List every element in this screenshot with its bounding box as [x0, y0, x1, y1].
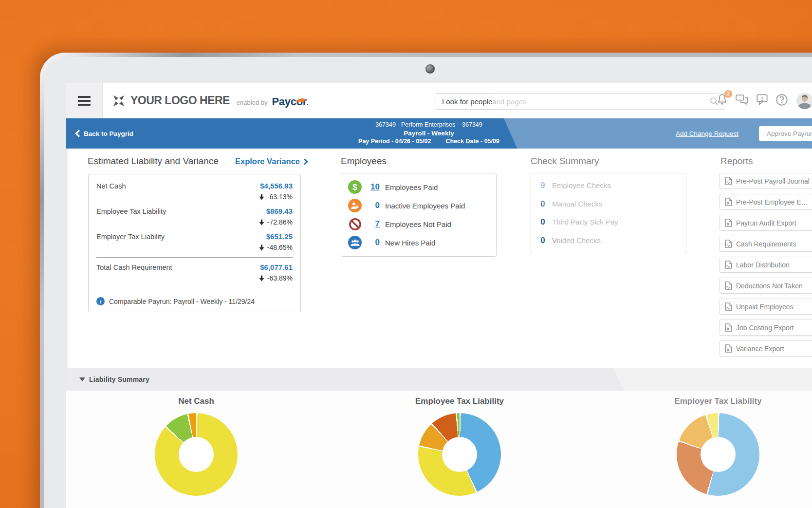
report-label: Unpaid Employees — [736, 303, 794, 311]
info-icon[interactable]: i — [96, 297, 105, 305]
report-button[interactable]: Job Costing Export — [720, 320, 812, 336]
report-button[interactable]: Pre-Post Payroll Journal — [720, 173, 812, 189]
approve-payrun-button[interactable]: Approve Payrun — [759, 126, 812, 141]
check-summary-row: 0 Third Party Sick Pay — [540, 217, 677, 227]
report-label: Variance Export — [736, 345, 784, 353]
down-arrow-icon — [258, 219, 265, 226]
feedback-icon — [756, 93, 769, 108]
pdf-file-icon — [725, 240, 732, 248]
report-label: Pre-Post Payroll Journal — [736, 177, 810, 185]
pdf-file-icon — [725, 282, 732, 290]
notifications-button[interactable]: 2 — [715, 94, 729, 108]
donut-chart: Net Cash — [104, 396, 289, 496]
divider — [96, 257, 293, 258]
stat-label: New Hires Paid — [385, 239, 435, 247]
liability-label: Total Cash Requirement — [96, 263, 172, 272]
liability-value: $4,556.93 — [260, 181, 293, 191]
stat-count: 0 — [367, 201, 380, 210]
liability-summary-title: Liability Summary — [89, 376, 149, 383]
report-label: Pre-Post Employee E… — [736, 198, 808, 206]
not-paid-icon — [348, 217, 362, 231]
down-arrow-icon — [258, 245, 265, 251]
paycor-swoosh-icon — [295, 93, 307, 105]
feedback-button[interactable] — [755, 94, 769, 108]
laptop-device: YOUR LOGO HERE enabled by Paycor. Look f… — [40, 53, 812, 508]
down-arrow-icon — [258, 275, 265, 282]
webcam-dot — [425, 64, 435, 74]
liability-summary-toggle[interactable]: Liability Summary — [66, 368, 812, 391]
check-label: Third Party Sick Pay — [552, 218, 618, 226]
pay-period-label: Pay Period - 04/26 - 05/02 — [358, 137, 431, 146]
brand-row: YOUR LOGO HERE enabled by Paycor. — [111, 83, 309, 118]
check-count: 9 — [540, 181, 546, 190]
add-change-request-link[interactable]: Add Change Request — [676, 118, 738, 149]
estimated-liability-card: Net Cash $4,556.93 -63.13% Employee Tax … — [88, 174, 301, 312]
stat-label: Employees Paid — [385, 183, 438, 191]
chart-title: Net Cash — [104, 396, 289, 406]
payrun-bar: Back to Paygrid 367349 - Perform Enterpr… — [66, 118, 812, 149]
report-button[interactable]: Deductions Not Taken — [720, 278, 812, 294]
stat-count[interactable]: 7 — [367, 219, 380, 229]
chevron-left-icon — [75, 130, 80, 137]
new-hires-icon — [348, 236, 362, 249]
check-count: 0 — [540, 236, 546, 245]
report-button[interactable]: Pre-Post Employee E… — [720, 194, 812, 210]
employee-stat-row: 0 New Hires Paid — [348, 235, 489, 250]
avatar[interactable] — [796, 93, 812, 109]
stat-label: Inactive Employees Paid — [385, 202, 465, 210]
report-button[interactable]: Variance Export — [720, 340, 812, 357]
report-button[interactable]: Cash Requirements — [720, 236, 812, 252]
stat-count[interactable]: 10 — [367, 182, 380, 192]
variance-change: -72.86% — [267, 217, 293, 227]
donut-graphic — [418, 413, 501, 496]
explore-variance-link[interactable]: Explore Variance — [235, 157, 308, 166]
hamburger-menu-button[interactable] — [66, 83, 103, 118]
header-icons: 2 — [715, 83, 812, 118]
employee-stat-row: 7 Employees Not Paid — [348, 217, 489, 231]
check-date-label: Check Date - 05/09 — [445, 137, 499, 146]
logo-mark-icon — [111, 94, 126, 108]
check-summary-row: 9 Employee Checks — [540, 181, 677, 190]
collapse-caret-icon — [79, 377, 85, 381]
stat-count: 0 — [367, 238, 380, 247]
company-line: 367349 - Perform Enterprises – 367349 — [332, 121, 526, 129]
variance-change: -48.65% — [267, 243, 293, 252]
report-button[interactable]: Payrun Audit Export — [720, 215, 812, 231]
report-button[interactable]: Unpaid Employees — [720, 299, 812, 315]
hamburger-icon — [78, 96, 91, 106]
donut-graphic — [677, 413, 759, 496]
excel-file-icon — [725, 344, 732, 353]
reports-list: Pre-Post Payroll Journal Pre-Post Employ… — [720, 173, 812, 357]
messages-button[interactable] — [735, 94, 749, 108]
check-count: 0 — [540, 217, 546, 227]
search-input[interactable]: Look for people and pages — [436, 93, 725, 110]
liability-charts: Net Cash Employee Tax Liability Employer… — [66, 391, 812, 508]
report-button[interactable]: Labor Distribution — [720, 257, 812, 273]
check-label: Voided Checks — [552, 236, 601, 245]
logo-text: YOUR LOGO HERE — [130, 94, 230, 107]
check-count: 0 — [540, 199, 546, 209]
employee-stat-row: 0 Inactive Employees Paid — [348, 198, 489, 213]
chart-title: Employer Tax Liability — [626, 396, 811, 406]
donut-chart: Employer Tax Liability — [626, 396, 811, 496]
app-screen: YOUR LOGO HERE enabled by Paycor. Look f… — [66, 83, 812, 508]
help-button[interactable] — [775, 94, 789, 108]
check-summary-row: 0 Voided Checks — [540, 236, 677, 245]
down-arrow-icon — [258, 194, 265, 200]
excel-file-icon — [725, 219, 732, 227]
app-header: YOUR LOGO HERE enabled by Paycor. Look f… — [66, 83, 812, 118]
section-title-estimated-liability: Estimated Liability and Variance — [88, 156, 219, 167]
help-icon — [775, 93, 789, 109]
excel-file-icon — [725, 198, 732, 206]
back-to-paygrid-link[interactable]: Back to Paygrid — [75, 118, 133, 149]
payrun-info: 367349 - Perform Enterprises – 367349 Pa… — [332, 121, 526, 146]
liability-value: $651.25 — [266, 232, 293, 242]
employee-stat-row: $ 10 Employees Paid — [348, 180, 489, 194]
enabled-by-label: enabled by — [237, 99, 268, 106]
donut-chart: Employee Tax Liability — [367, 396, 552, 496]
pdf-file-icon — [725, 302, 732, 311]
comparable-payrun-note: i Comparable Payrun: Payroll - Weekly - … — [96, 297, 255, 305]
section-title-reports: Reports — [720, 156, 753, 167]
employees-card: $ 10 Employees Paid 0 Inactive Employees… — [341, 173, 497, 257]
report-label: Cash Requirements — [736, 240, 796, 248]
